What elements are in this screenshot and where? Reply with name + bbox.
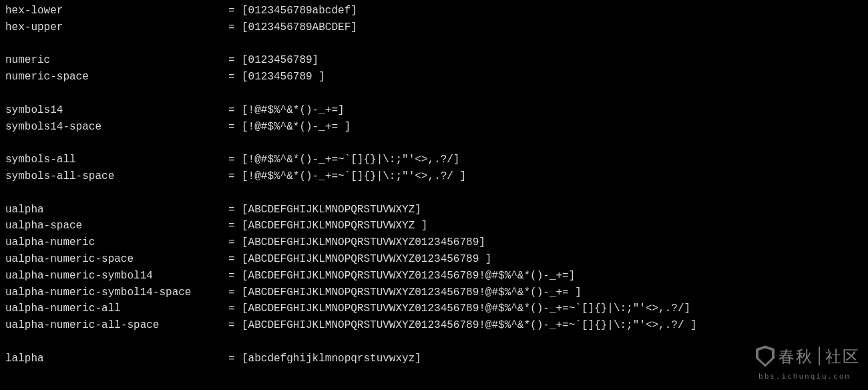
charset-row: ualpha-numeric-all-space=[ABCDEFGHIJKLMN… <box>5 317 863 334</box>
charset-value: [ABCDEFGHIJKLMNOPQRSTUVWXYZ0123456789] <box>242 234 485 251</box>
equals-sign: = <box>228 119 242 136</box>
charset-row: hex-lower=[0123456789abcdef] <box>5 3 863 19</box>
charset-value: [ABCDEFGHIJKLMNOPQRSTUVWXYZ0123456789!@#… <box>242 301 690 317</box>
charset-key: ualpha-numeric-space <box>5 251 228 268</box>
equals-sign: = <box>228 218 242 234</box>
charset-key: ualpha-numeric <box>5 234 228 251</box>
charset-value: [ABCDEFGHIJKLMNOPQRSTUVWXYZ0123456789 ] <box>242 251 491 268</box>
charset-key: numeric <box>5 52 228 69</box>
equals-sign: = <box>228 251 242 268</box>
charset-row: numeric-space=[0123456789 ] <box>5 69 863 85</box>
blank-line <box>5 334 863 351</box>
blank-line <box>5 185 863 202</box>
charset-row: ualpha=[ABCDEFGHIJKLMNOPQRSTUVWXYZ] <box>5 202 863 218</box>
terminal-output: hex-lower=[0123456789abcdef]hex-upper=[0… <box>5 3 863 367</box>
charset-key: symbols-all-space <box>5 168 228 185</box>
blank-line <box>5 85 863 102</box>
equals-sign: = <box>228 317 242 334</box>
equals-sign: = <box>228 268 242 284</box>
charset-key: lalpha <box>5 351 228 367</box>
charset-key: ualpha <box>5 202 228 218</box>
equals-sign: = <box>228 202 242 218</box>
charset-value: [ABCDEFGHIJKLMNOPQRSTUVWXYZ0123456789!@#… <box>242 284 582 301</box>
equals-sign: = <box>228 102 242 119</box>
charset-row: ualpha-numeric-symbol14=[ABCDEFGHIJKLMNO… <box>5 268 863 284</box>
charset-row: symbols14=[!@#$%^&*()-_+=] <box>5 102 863 119</box>
charset-row: ualpha-numeric-all=[ABCDEFGHIJKLMNOPQRST… <box>5 301 863 317</box>
charset-key: symbols-all <box>5 152 228 168</box>
charset-row: symbols14-space=[!@#$%^&*()-_+= ] <box>5 119 863 136</box>
charset-key: symbols14 <box>5 102 228 119</box>
charset-row: ualpha-space=[ABCDEFGHIJKLMNOPQRSTUVWXYZ… <box>5 218 863 234</box>
charset-key: ualpha-numeric-symbol14-space <box>5 284 228 301</box>
charset-row: ualpha-numeric-space=[ABCDEFGHIJKLMNOPQR… <box>5 251 863 268</box>
charset-key: ualpha-space <box>5 218 228 234</box>
charset-row: symbols-all=[!@#$%^&*()-_+=~`[]{}|\:;"'<… <box>5 152 863 168</box>
charset-row: ualpha-numeric-symbol14-space=[ABCDEFGHI… <box>5 284 863 301</box>
equals-sign: = <box>228 351 242 367</box>
charset-row: lalpha=[abcdefghijklmnopqrstuvwxyz] <box>5 351 863 367</box>
charset-key: ualpha-numeric-all <box>5 301 228 317</box>
charset-value: [abcdefghijklmnopqrstuvwxyz] <box>242 351 421 367</box>
blank-line <box>5 36 863 53</box>
equals-sign: = <box>228 69 242 85</box>
charset-key: hex-upper <box>5 19 228 36</box>
charset-value: [0123456789 ] <box>242 69 325 85</box>
equals-sign: = <box>228 301 242 317</box>
charset-value: [0123456789abcdef] <box>242 3 357 19</box>
equals-sign: = <box>228 3 242 19</box>
charset-value: [0123456789ABCDEF] <box>242 19 357 36</box>
equals-sign: = <box>228 52 242 69</box>
charset-value: [ABCDEFGHIJKLMNOPQRSTUVWXYZ0123456789!@#… <box>242 317 697 334</box>
charset-value: [!@#$%^&*()-_+=~`[]{}|\:;"'<>,.?/ ] <box>242 168 466 185</box>
charset-value: [!@#$%^&*()-_+=~`[]{}|\:;"'<>,.?/] <box>242 152 459 168</box>
charset-row: ualpha-numeric=[ABCDEFGHIJKLMNOPQRSTUVWX… <box>5 234 863 251</box>
charset-key: hex-lower <box>5 3 228 19</box>
charset-row: hex-upper=[0123456789ABCDEF] <box>5 19 863 36</box>
charset-value: [!@#$%^&*()-_+=] <box>242 102 345 119</box>
charset-key: numeric-space <box>5 69 228 85</box>
charset-row: symbols-all-space=[!@#$%^&*()-_+=~`[]{}|… <box>5 168 863 185</box>
equals-sign: = <box>228 19 242 36</box>
equals-sign: = <box>228 168 242 185</box>
charset-value: [ABCDEFGHIJKLMNOPQRSTUVWXYZ] <box>242 202 421 218</box>
charset-value: [!@#$%^&*()-_+= ] <box>242 119 351 136</box>
charset-key: ualpha-numeric-all-space <box>5 317 228 334</box>
charset-value: [ABCDEFGHIJKLMNOPQRSTUVWXYZ ] <box>242 218 427 234</box>
charset-key: symbols14-space <box>5 119 228 136</box>
equals-sign: = <box>228 152 242 168</box>
charset-value: [0123456789] <box>242 52 318 69</box>
charset-key: ualpha-numeric-symbol14 <box>5 268 228 284</box>
equals-sign: = <box>228 234 242 251</box>
blank-line <box>5 135 863 152</box>
charset-value: [ABCDEFGHIJKLMNOPQRSTUVWXYZ0123456789!@#… <box>242 268 575 284</box>
watermark-sub-text: bbs.ichunqiu.com <box>758 371 851 382</box>
equals-sign: = <box>228 284 242 301</box>
charset-row: numeric=[0123456789] <box>5 52 863 69</box>
